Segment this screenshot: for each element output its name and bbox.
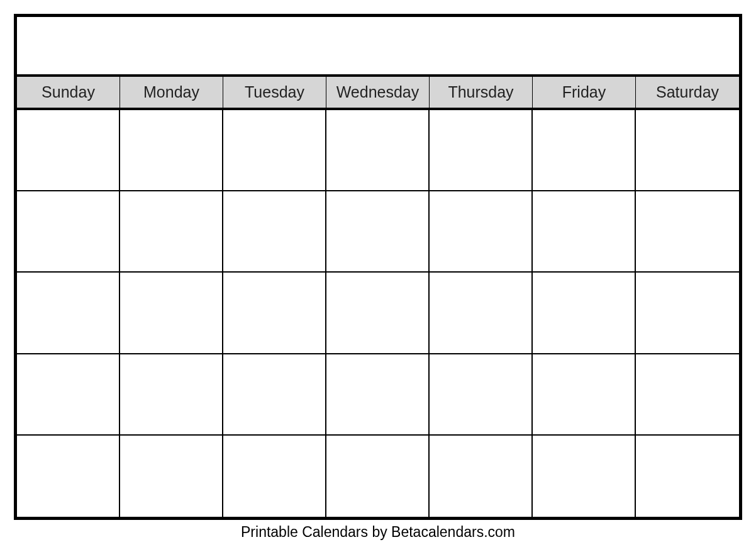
day-cell [430,191,533,271]
day-cell [430,273,533,352]
day-cell [533,273,636,352]
calendar-container: Sunday Monday Tuesday Wednesday Thursday… [14,14,742,520]
week-row [17,273,739,354]
day-header-thursday: Thursday [430,77,533,108]
day-cell [120,354,223,434]
day-cell [430,436,533,517]
day-cell [120,436,223,517]
day-cell [120,273,223,352]
day-cell [223,273,326,352]
day-header-saturday: Saturday [636,77,739,108]
day-cell [326,273,430,352]
day-header-tuesday: Tuesday [223,77,326,108]
day-cell [326,354,430,434]
day-cell [533,191,636,271]
calendar-title-bar [17,17,739,77]
week-row [17,110,739,191]
day-cell [636,436,739,517]
day-cell [326,110,430,190]
day-cell [17,436,120,517]
day-header-friday: Friday [533,77,636,108]
day-cell [223,436,326,517]
day-cell [533,354,636,434]
week-row [17,191,739,273]
day-cell [326,436,430,517]
day-cell [430,110,533,190]
day-cell [223,191,326,271]
day-cell [326,191,430,271]
day-cell [636,110,739,190]
day-cell [223,110,326,190]
day-cell [636,354,739,434]
day-cell [636,191,739,271]
day-cell [17,110,120,190]
calendar-grid [17,110,739,517]
day-cell [120,191,223,271]
day-header-wednesday: Wednesday [326,77,430,108]
days-of-week-header: Sunday Monday Tuesday Wednesday Thursday… [17,77,739,110]
day-header-monday: Monday [120,77,223,108]
week-row [17,354,739,436]
day-cell [430,354,533,434]
day-cell [533,110,636,190]
week-row [17,436,739,517]
footer-credit: Printable Calendars by Betacalendars.com [14,520,742,547]
day-cell [120,110,223,190]
day-cell [636,273,739,352]
day-cell [533,436,636,517]
day-cell [17,191,120,271]
day-header-sunday: Sunday [17,77,120,108]
day-cell [17,273,120,352]
day-cell [223,354,326,434]
day-cell [17,354,120,434]
